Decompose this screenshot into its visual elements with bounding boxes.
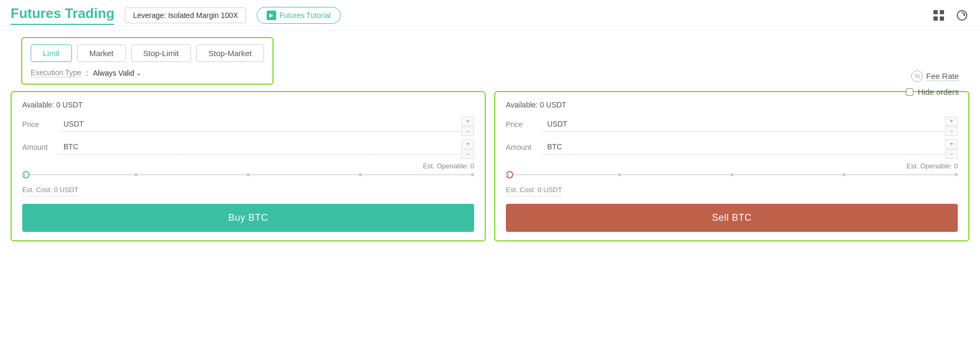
buy-panel: Available: 0 USDT Price USDT + − Amount … [11, 91, 486, 241]
sell-slider-dot-50 [730, 173, 733, 176]
panel-divider [490, 91, 494, 241]
sell-price-controls: + − [945, 116, 958, 136]
sell-slider-track[interactable] [506, 174, 958, 175]
buy-amount-controls: + − [461, 139, 474, 159]
buy-available: Available: 0 USDT [22, 101, 474, 109]
svg-rect-3 [940, 16, 944, 21]
buy-amount-label: Amount [22, 143, 59, 151]
sell-est-cost: Est. Cost: 0 USDT [506, 185, 958, 196]
svg-marker-5 [963, 14, 965, 16]
buy-slider-dot-100 [471, 173, 474, 176]
sell-slider-dots [506, 173, 958, 176]
grid-icon[interactable] [931, 8, 946, 23]
hide-orders-label: Hide orders [918, 87, 959, 96]
buy-button[interactable]: Buy BTC [22, 204, 474, 232]
buy-amount-row: Amount BTC + − [22, 139, 474, 155]
sell-price-increment[interactable]: + [945, 116, 958, 126]
leverage-button[interactable]: Leverage: Isolated Margin 100X [125, 7, 246, 23]
refresh-icon[interactable] [955, 8, 969, 23]
sell-amount-label: Amount [506, 143, 543, 151]
sell-amount-field[interactable]: BTC + − [543, 139, 958, 155]
buy-est-cost: Est. Cost: 0 USDT [22, 185, 474, 196]
buy-price-controls: + − [461, 116, 474, 136]
buy-amount-field[interactable]: BTC + − [59, 139, 474, 155]
buy-slider-wrapper [22, 172, 474, 177]
chevron-down-icon: ⌄ [136, 69, 141, 77]
sell-amount-currency: BTC [547, 142, 562, 151]
header-right-icons [931, 8, 969, 23]
buy-price-increment[interactable]: + [461, 116, 474, 126]
execution-type-label: Execution Type [31, 68, 81, 77]
sell-price-decrement[interactable]: − [945, 127, 958, 136]
tutorial-label: Futures Tutorial [279, 11, 331, 20]
buy-slider-track[interactable] [22, 174, 474, 175]
hide-orders-row: Hide orders [906, 87, 959, 96]
sell-available: Available: 0 USDT [506, 101, 958, 109]
sell-slider-thumb[interactable] [506, 171, 513, 178]
app-title: Futures Trading [11, 5, 114, 25]
order-type-stop-limit[interactable]: Stop-Limit [131, 44, 192, 62]
sell-panel: Available: 0 USDT Price USDT + − Amount … [494, 91, 969, 241]
sell-amount-row: Amount BTC + − [506, 139, 958, 155]
tutorial-icon: ▶ [267, 11, 276, 20]
buy-slider-thumb[interactable] [22, 171, 30, 178]
sell-slider-dot-25 [618, 173, 621, 176]
top-right-controls: % Fee Rate Hide orders [906, 70, 959, 96]
buy-price-decrement[interactable]: − [461, 127, 474, 136]
tutorial-button[interactable]: ▶ Futures Tutorial [257, 7, 341, 24]
fee-rate-icon: % [911, 70, 923, 82]
order-type-section: Limit Market Stop-Limit Stop-Market Exec… [21, 37, 274, 85]
sell-slider-wrapper [506, 172, 958, 177]
sell-price-row: Price USDT + − [506, 116, 958, 132]
buy-price-currency: USDT [63, 120, 84, 128]
svg-point-4 [957, 11, 967, 20]
buy-slider-section: Est. Openable: 0 [22, 162, 474, 177]
order-type-stop-market[interactable]: Stop-Market [196, 44, 264, 62]
buy-slider-dot-50 [247, 173, 250, 176]
order-type-market[interactable]: Market [77, 44, 126, 62]
sell-amount-controls: + − [945, 139, 958, 159]
execution-type-row: Execution Type : Always Valid ⌄ [31, 68, 264, 77]
sell-est-openable: Est. Openable: 0 [506, 162, 958, 170]
sell-slider-dot-75 [842, 173, 846, 176]
buy-amount-increment[interactable]: + [461, 139, 474, 149]
buy-price-label: Price [22, 120, 59, 129]
svg-rect-0 [933, 10, 938, 14]
order-type-buttons: Limit Market Stop-Limit Stop-Market [31, 44, 264, 62]
buy-price-row: Price USDT + − [22, 116, 474, 132]
sell-slider-section: Est. Openable: 0 [506, 162, 958, 177]
hide-orders-checkbox[interactable] [906, 88, 913, 96]
execution-type-value[interactable]: Always Valid ⌄ [93, 69, 141, 77]
buy-est-openable: Est. Openable: 0 [22, 162, 474, 170]
buy-amount-decrement[interactable]: − [461, 149, 474, 159]
svg-rect-1 [940, 10, 944, 14]
fee-rate-button[interactable]: % Fee Rate [911, 70, 959, 82]
sell-slider-dot-100 [955, 173, 958, 176]
buy-amount-currency: BTC [63, 142, 78, 151]
sell-button[interactable]: Sell BTC [506, 204, 958, 232]
buy-price-field[interactable]: USDT + − [59, 116, 474, 132]
sell-price-field[interactable]: USDT + − [543, 116, 958, 132]
fee-rate-label: Fee Rate [926, 71, 959, 81]
order-type-limit[interactable]: Limit [31, 44, 72, 62]
trading-panels: Available: 0 USDT Price USDT + − Amount … [11, 91, 969, 252]
buy-slider-dot-75 [359, 173, 362, 176]
sell-price-currency: USDT [547, 120, 567, 128]
header: Futures Trading Leverage: Isolated Margi… [0, 0, 980, 31]
buy-slider-dot-25 [134, 173, 138, 176]
sell-amount-decrement[interactable]: − [945, 149, 958, 159]
sell-price-label: Price [506, 120, 543, 129]
svg-rect-2 [933, 16, 938, 21]
sell-amount-increment[interactable]: + [945, 139, 958, 149]
buy-slider-dots [22, 173, 474, 176]
